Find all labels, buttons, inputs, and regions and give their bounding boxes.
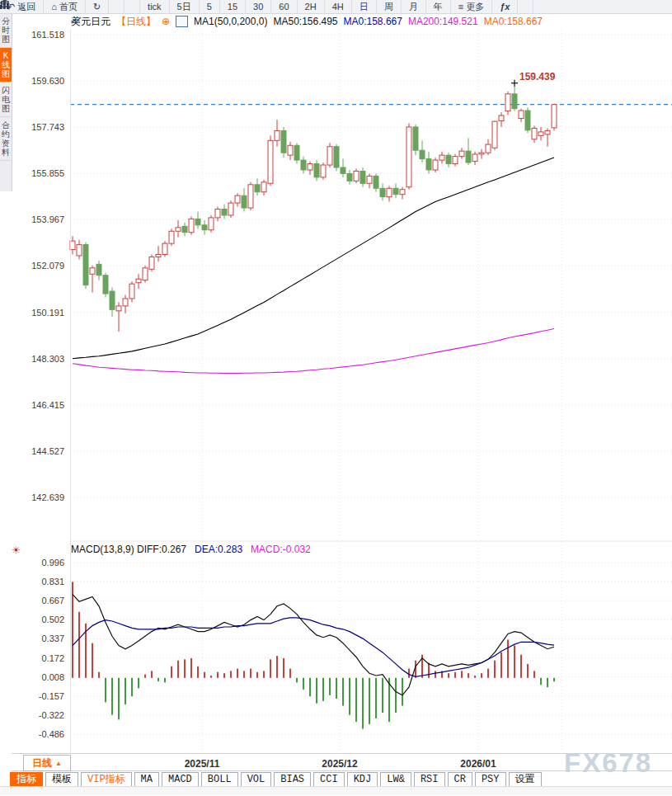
macd-dea-label: DEA:0.283 [195, 544, 242, 555]
chart-canvas [0, 0, 672, 796]
toolbar-refresh-button[interactable]: ↻ [86, 0, 109, 13]
toolbar-label: 更多 [466, 1, 484, 13]
tab-macd[interactable]: MACD [162, 772, 199, 787]
tab-cci[interactable]: CCI [313, 772, 345, 787]
ma200-value: MA200:149.521 [408, 16, 478, 27]
toolbar-label: 日 [359, 1, 369, 13]
toolbar-label: 周 [384, 1, 393, 13]
toolbar-label: tick [148, 2, 162, 12]
toolbar-period-60min-button[interactable]: 60 [271, 0, 297, 13]
indicator-tabbar: 指标模板VIP指标MAMACDBOLLVOLBIASCCIKDJLW&RSICR… [10, 772, 542, 787]
refresh-icon: ↻ [93, 2, 101, 12]
price-panel-title: 美元日元 【日线】 ⊕ MA1(50,0,200,0) MA50:156.495… [71, 16, 543, 27]
toolbar-period-5min-button[interactable]: 5 [200, 0, 220, 13]
macd-axis-label: 0.996 [0, 558, 64, 568]
back-arrow-icon: ↶ [7, 2, 15, 12]
toolbar-zoom-out-button[interactable] [518, 0, 533, 13]
toolbar-label: 5日 [177, 1, 191, 13]
indicator-settings-sun-icon[interactable]: ☀ [12, 544, 21, 556]
tab-template[interactable]: 模板 [45, 772, 78, 787]
toolbar-label: 5 [207, 2, 212, 12]
x-axis-date-label: 2025/11 [173, 758, 231, 770]
macd-axis-label: 0.502 [0, 615, 64, 624]
macd-diff-label: MACD(13,8,9) DIFF:0.267 [71, 544, 186, 555]
toolbar-period-month-button[interactable]: 月 [402, 0, 426, 13]
high-price-annotation: 159.439 [519, 71, 555, 82]
macd-panel-title: MACD(13,8,9) DIFF:0.267 DEA:0.283 MACD:-… [71, 544, 311, 555]
toolbar-period-2h-button[interactable]: 2H [298, 0, 325, 13]
toolbar-volume-button[interactable] [125, 0, 140, 13]
tab-lw[interactable]: LW& [380, 772, 411, 787]
price-axis-label: 146.415 [0, 400, 64, 410]
price-axis-label: 144.527 [0, 446, 64, 456]
home-icon: ⌂ [51, 2, 57, 12]
tab-cr[interactable]: CR [448, 772, 472, 787]
toolbar-label: 4H [332, 2, 344, 12]
macd-axis-label: 0.337 [0, 634, 64, 643]
fx678-watermark: FX678 [564, 747, 652, 779]
price-axis-label: 152.079 [0, 261, 64, 271]
price-axis-label: 148.303 [0, 354, 64, 364]
toolbar-period-5day-button[interactable]: 5日 [170, 0, 200, 13]
toolbar-label: 15 [228, 2, 237, 12]
toolbar-home-button[interactable]: ⌂首页 [44, 0, 86, 13]
toolbar-label: 30 [253, 2, 263, 12]
toolbar-label: 返回 [17, 1, 35, 13]
circle-plus-icon[interactable]: ⊕ [162, 16, 170, 27]
toolbar-period-day-button[interactable]: 日 [352, 0, 377, 13]
macd-axis-label: 0.667 [0, 596, 64, 605]
toolbar-label: 年 [434, 1, 443, 13]
ma50-value: MA50:156.495 [273, 16, 337, 27]
toolbar-period-year-button[interactable]: 年 [426, 0, 451, 13]
toolbar-label: 首页 [59, 1, 78, 13]
toolbar-period-15min-button[interactable]: 15 [220, 0, 246, 13]
toolbar-more-button[interactable]: ≡更多 [451, 0, 492, 13]
toolbar-fx-indicator-button[interactable]: ƒx [492, 0, 518, 13]
sidebar-tab-candle-chart[interactable]: K线图 [0, 48, 12, 82]
toolbar-label: 2H [305, 2, 317, 12]
price-axis-label: 150.191 [0, 308, 64, 318]
macd-axis-label: -0.486 [0, 729, 64, 739]
period-selector[interactable]: 日线 ▲ [23, 755, 71, 771]
tab-settings[interactable]: 设置 [509, 772, 542, 787]
toolbar-back-button[interactable]: ↶返回 [0, 0, 44, 13]
triangle-up-icon: ▲ [55, 760, 62, 767]
menu-icon: ≡ [458, 2, 463, 12]
tab-indicator[interactable]: 指标 [10, 772, 43, 787]
tab-boll[interactable]: BOLL [201, 772, 238, 787]
tab-vip-indicator[interactable]: VIP指标 [81, 772, 132, 787]
toolbar-period-30min-button[interactable]: 30 [246, 0, 271, 13]
sidebar-tab-lightning-chart[interactable]: 闪电图 [0, 82, 12, 117]
toolbar-tick-button[interactable]: tick [140, 0, 170, 13]
tab-ma[interactable]: MA [134, 772, 159, 787]
x-axis-date-label: 2025/12 [311, 758, 369, 770]
toolbar-chart-style-button[interactable] [109, 0, 125, 13]
toolbar-label: 月 [409, 1, 418, 13]
period-tag: 【日线】 [116, 15, 156, 29]
price-axis-label: 142.639 [0, 492, 64, 502]
toolbar-period-week-button[interactable]: 周 [377, 0, 402, 13]
symbol-name: 美元日元 [71, 15, 110, 29]
sidebar-tab-contract-info[interactable]: 合约资料 [0, 117, 12, 161]
chart-type-sidebar: 分时图K线图闪电图合约资料 [0, 13, 12, 191]
tab-rsi[interactable]: RSI [414, 772, 445, 787]
macd-value-label: MACD:-0.032 [251, 544, 311, 555]
trading-app-window: { "accent_color": "#ff6600", "toolbar": … [0, 0, 672, 796]
ma0-orange-value: MA0:158.667 [484, 16, 543, 27]
toolbar-label: 60 [279, 2, 289, 12]
mini-line-chart-icon[interactable] [176, 16, 188, 27]
period-selector-label: 日线 [32, 756, 52, 770]
tab-psy[interactable]: PSY [475, 772, 506, 787]
macd-axis-label: 0.172 [0, 653, 64, 663]
tab-kdj[interactable]: KDJ [347, 772, 378, 787]
tab-bias[interactable]: BIAS [274, 772, 311, 787]
horizontal-scrollbar-track[interactable] [0, 786, 672, 795]
sidebar-tab-time-chart[interactable]: 分时图 [0, 13, 12, 48]
divider [12, 753, 672, 754]
tab-vol[interactable]: VOL [241, 772, 272, 787]
ma0-blue-value: MA0:158.667 [344, 16, 402, 27]
price-axis-line [70, 30, 71, 753]
toolbar-period-4h-button[interactable]: 4H [325, 0, 352, 13]
x-axis-date-label: 2026/01 [449, 758, 507, 770]
top-toolbar: ↶返回⌂首页↻tick5日51530602H4H日周月年≡更多ƒx [0, 0, 672, 14]
